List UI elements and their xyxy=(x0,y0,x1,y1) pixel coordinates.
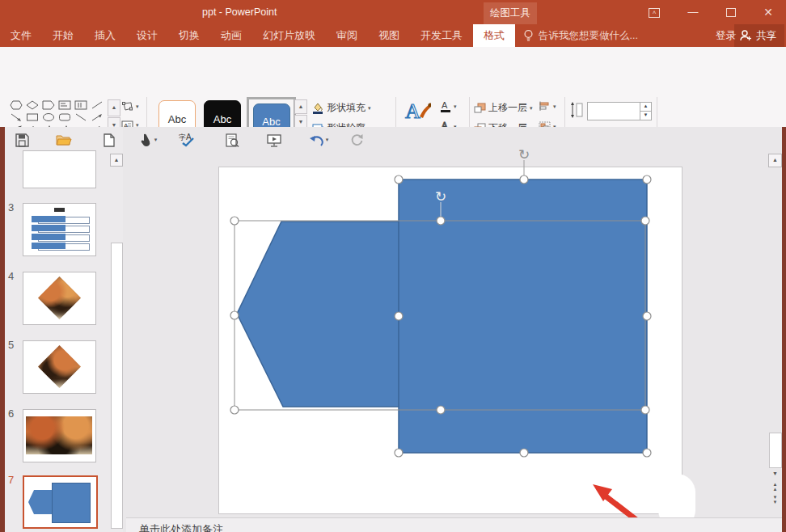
maximize-icon xyxy=(726,8,736,17)
new-document-button[interactable] xyxy=(100,131,118,149)
shape-fill-button[interactable]: 形状填充▾ xyxy=(311,101,371,115)
share-button[interactable]: 共享 xyxy=(734,24,784,47)
sign-in-button[interactable]: 登录 xyxy=(716,24,736,47)
slide-2-thumbnail[interactable] xyxy=(23,150,96,188)
slide-3-number: 3 xyxy=(8,201,21,213)
align-objects-button[interactable]: ▾ xyxy=(539,101,556,112)
touch-pointer-icon xyxy=(141,133,152,147)
slide-4-number: 4 xyxy=(8,270,21,282)
ribbon-display-options-icon: ˄ xyxy=(649,8,660,18)
shape-line-icon[interactable] xyxy=(89,99,105,111)
minimize-icon: — xyxy=(688,6,699,18)
shape-styles-scroll-up[interactable]: ▲ xyxy=(294,99,307,114)
minimize-button[interactable]: — xyxy=(679,0,707,24)
shape-gallery-scroll-up[interactable]: ▲ xyxy=(108,99,120,116)
previous-slide-button[interactable]: ▲▲ xyxy=(770,482,780,493)
spell-check-button[interactable]: 字A xyxy=(178,131,196,149)
shape-arrow2-icon[interactable] xyxy=(89,111,105,123)
edit-shape-icon xyxy=(121,101,133,112)
shape-rounded-rect-icon[interactable] xyxy=(57,111,73,123)
text-fill-icon: A xyxy=(440,100,451,112)
tab-view[interactable]: 视图 xyxy=(368,24,410,47)
slide-7-thumbnail-selected[interactable] xyxy=(23,475,98,529)
shape-vertical-textbox-icon[interactable] xyxy=(73,99,89,111)
quick-styles-icon: A xyxy=(404,99,431,123)
slide-5-number: 5 xyxy=(8,339,21,351)
slide-canvas[interactable] xyxy=(218,167,682,514)
shape-rectangle-icon[interactable] xyxy=(24,111,40,123)
tell-me-box[interactable]: 告诉我您想要做什么... xyxy=(515,24,646,47)
notes-pane[interactable] xyxy=(126,518,782,532)
shape-height-icon xyxy=(570,102,583,121)
window-title: ppt - PowerPoint xyxy=(202,0,299,24)
window-edge-right xyxy=(782,127,786,532)
svg-text:A: A xyxy=(442,100,448,110)
lightbulb-icon xyxy=(523,29,534,42)
bring-forward-button[interactable]: 上移一层▾ xyxy=(474,101,533,115)
panel-scrollbar-thumb[interactable] xyxy=(111,243,123,529)
touch-mode-button[interactable]: ▾ xyxy=(136,131,162,149)
slide-show-icon xyxy=(267,133,281,147)
tab-format[interactable]: 格式 xyxy=(473,24,515,47)
next-slide-button[interactable]: ▼▼ xyxy=(770,495,780,506)
print-preview-button[interactable] xyxy=(223,131,241,149)
ribbon-display-options-button[interactable]: ˄ xyxy=(640,0,668,24)
spell-check-icon: 字A xyxy=(179,133,195,147)
contextual-tab-drawing-tools[interactable]: 绘图工具 xyxy=(484,2,537,24)
slide-5-thumbnail[interactable] xyxy=(23,340,96,394)
tell-me-label: 告诉我您想要做什么... xyxy=(539,29,638,43)
shape-height-field[interactable]: ▲▼ xyxy=(587,102,652,120)
shape-oval-icon[interactable] xyxy=(40,111,57,123)
open-folder-icon xyxy=(56,133,72,146)
slide-4-thumbnail[interactable] xyxy=(23,272,96,325)
shape-height-spinner[interactable]: ▲▼ xyxy=(640,103,651,120)
save-button[interactable] xyxy=(13,131,31,149)
svg-text:字: 字 xyxy=(179,133,186,141)
maximize-button[interactable] xyxy=(717,0,745,24)
undo-button[interactable]: ▾ xyxy=(306,131,332,149)
slide-7-number: 7 xyxy=(8,474,21,486)
redo-button[interactable] xyxy=(348,131,366,149)
share-person-icon xyxy=(739,29,752,42)
shape-hexagon-icon[interactable] xyxy=(8,99,24,111)
bring-forward-icon xyxy=(474,103,486,113)
save-icon xyxy=(15,133,29,147)
tab-review[interactable]: 审阅 xyxy=(326,24,368,47)
svg-text:A: A xyxy=(405,99,420,123)
tab-animations[interactable]: 动画 xyxy=(210,24,252,47)
tab-home[interactable]: 开始 xyxy=(42,24,84,47)
shape-textbox-icon[interactable] xyxy=(57,99,73,111)
tab-transitions[interactable]: 切换 xyxy=(168,24,210,47)
ribbon-tab-row: 文件 开始 插入 设计 切换 动画 幻灯片放映 审阅 视图 开发工具 格式 告诉… xyxy=(0,24,786,47)
print-preview-icon xyxy=(226,133,239,147)
shape-diamond-icon[interactable] xyxy=(24,99,40,111)
new-document-icon xyxy=(104,133,115,147)
tab-design[interactable]: 设计 xyxy=(126,24,168,47)
shape-pentagon-arrow-icon[interactable] xyxy=(40,99,57,111)
canvas-scroll-up-button[interactable]: ▲ xyxy=(768,154,782,167)
ribbon: ▲ ▼ ▼ ▾ A▾ ▾ 插入形状 Abc Abc Abc ▲ ▼ ▼ 形状填充… xyxy=(0,47,786,128)
tab-file[interactable]: 文件 xyxy=(0,24,42,47)
slide-6-number: 6 xyxy=(8,407,21,420)
edit-shape-button[interactable]: ▾ xyxy=(121,101,139,112)
tab-slideshow[interactable]: 幻灯片放映 xyxy=(252,24,326,47)
tab-developer[interactable]: 开发工具 xyxy=(410,24,473,47)
notes-placeholder[interactable]: 单击此处添加备注 xyxy=(139,522,223,532)
close-button[interactable]: ✕ xyxy=(754,0,782,24)
canvas-scrollbar-thumb[interactable] xyxy=(769,433,782,468)
undo-icon xyxy=(309,134,324,146)
share-label: 共享 xyxy=(756,24,776,47)
shape-line2-icon[interactable] xyxy=(73,111,89,123)
tab-insert[interactable]: 插入 xyxy=(84,24,126,47)
title-bar: ppt - PowerPoint 绘图工具 ˄ — ✕ xyxy=(0,0,786,24)
text-fill-button[interactable]: A▾ xyxy=(440,100,457,112)
start-slideshow-button[interactable] xyxy=(265,131,283,149)
open-button[interactable] xyxy=(55,131,73,149)
shape-arrow-icon[interactable] xyxy=(8,111,24,123)
shape-fill-icon xyxy=(311,102,324,114)
panel-scroll-up-button[interactable]: ▲ xyxy=(110,154,123,167)
align-objects-icon xyxy=(539,101,551,112)
slide-6-thumbnail[interactable] xyxy=(23,409,96,462)
canvas-scroll-down-button[interactable]: ▼ xyxy=(770,469,780,479)
slide-3-thumbnail[interactable] xyxy=(23,203,96,256)
